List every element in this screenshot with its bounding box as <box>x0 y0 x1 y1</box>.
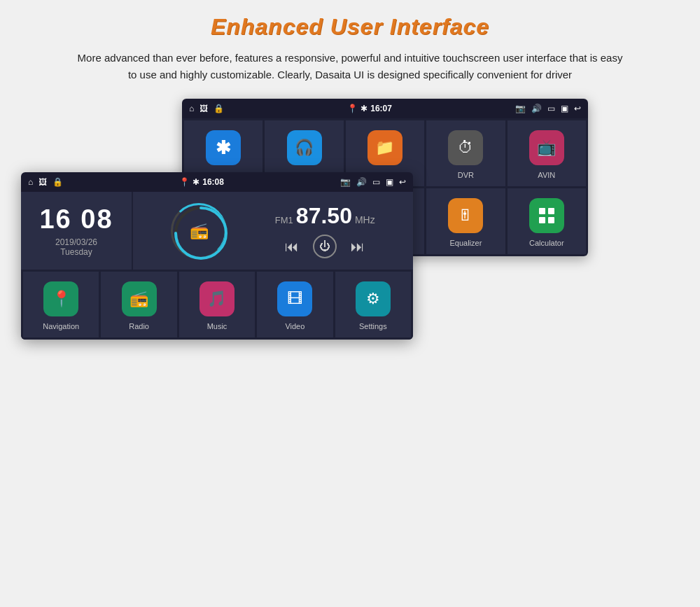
radio-info: FM1 87.50 MHz ⏮ ⏻ ⏭ <box>275 203 375 258</box>
s2-lock-icon: 🔒 <box>52 177 63 187</box>
screens-container: ⌂ 🖼 🔒 📍 ✱ 16:07 📷 🔊 ▭ ▣ ↩ ✱ <box>21 99 679 340</box>
dashboard-body: 16 08 2019/03/26 Tuesday 📻 <box>21 192 413 340</box>
radio-controls: ⏮ ⏻ ⏭ <box>285 235 365 258</box>
radio-app-icon: 📻 <box>122 281 157 316</box>
location-icon: 📍 <box>347 104 358 113</box>
clock-panel: 16 08 2019/03/26 Tuesday <box>21 192 133 270</box>
screen2-bottom-apps: 📍 Navigation 📻 Radio 🎵 Music <box>21 270 413 340</box>
s2-status-time: 16:08 <box>202 177 224 187</box>
minimize-icon[interactable]: ▭ <box>547 104 555 113</box>
s2-home-icon[interactable]: ⌂ <box>28 177 33 187</box>
app-equalizer-label: Equalizer <box>449 239 482 247</box>
music-app-icon: 🎵 <box>200 281 234 316</box>
page-title: Enhanced User Interface <box>211 14 489 40</box>
window-icon[interactable]: ▣ <box>561 104 568 113</box>
svg-rect-3 <box>548 217 554 223</box>
app-avin-label: AVIN <box>538 171 555 179</box>
svg-rect-2 <box>539 217 545 223</box>
clock-time: 16 08 <box>39 204 113 235</box>
back-icon[interactable]: ↩ <box>574 104 581 113</box>
app-settings[interactable]: ⚙ Settings <box>335 272 411 337</box>
app-music[interactable]: 🎵 Music <box>179 272 255 337</box>
app-radio-label: Radio <box>129 322 149 330</box>
app-navigation-label: Navigation <box>43 322 79 330</box>
navigation-app-icon: 📍 <box>43 281 78 316</box>
radio-prev-button[interactable]: ⏮ <box>285 239 299 255</box>
bluetooth-app-icon: ✱ <box>206 130 241 165</box>
app-avin[interactable]: 📺 AVIN <box>507 120 586 186</box>
s2-volume-icon[interactable]: 🔊 <box>356 177 367 187</box>
svg-rect-0 <box>539 208 545 214</box>
status-time: 16:07 <box>370 104 392 113</box>
video-app-icon: 🎞 <box>277 281 312 316</box>
s2-back-icon[interactable]: ↩ <box>399 177 406 187</box>
image-icon: 🖼 <box>200 104 208 113</box>
screen2: ⌂ 🖼 🔒 📍 ✱ 16:08 📷 🔊 ▭ ▣ ↩ 16 08 <box>21 172 413 340</box>
screen2-statusbar: ⌂ 🖼 🔒 📍 ✱ 16:08 📷 🔊 ▭ ▣ ↩ <box>21 172 413 192</box>
clock-date: 2019/03/26 <box>55 237 97 247</box>
avin-app-icon: 📺 <box>529 130 564 165</box>
app-radio[interactable]: 📻 Radio <box>101 272 176 337</box>
radio-panel: 📻 FM1 87.50 MHz ⏮ ⏻ ⏭ <box>133 192 413 270</box>
app-dvr-label: DVR <box>458 171 474 179</box>
s2-minimize-icon[interactable]: ▭ <box>372 177 380 187</box>
s2-location-icon: 📍 <box>179 177 190 187</box>
app-settings-label: Settings <box>359 322 387 330</box>
page-description: More advanced than ever before, features… <box>77 50 623 83</box>
radio-frequency: 87.50 <box>296 203 352 229</box>
radio-band: FM1 <box>275 215 293 225</box>
camera-icon[interactable]: 📷 <box>515 104 526 113</box>
app-calculator-label: Calculator <box>529 239 564 247</box>
lock-icon: 🔒 <box>214 104 224 113</box>
radio-next-button[interactable]: ⏭ <box>351 239 365 255</box>
app-music-label: Music <box>207 322 227 330</box>
app-video[interactable]: 🎞 Video <box>257 272 332 337</box>
home-icon[interactable]: ⌂ <box>189 104 194 113</box>
clock-day: Tuesday <box>60 247 92 257</box>
svg-rect-1 <box>548 208 554 214</box>
radio-dial-icon: 📻 <box>190 222 209 240</box>
calculator-app-icon <box>529 198 564 233</box>
app-navigation[interactable]: 📍 Navigation <box>23 272 99 337</box>
radio-dial[interactable]: 📻 <box>171 203 227 259</box>
s2-camera-icon[interactable]: 📷 <box>340 177 351 187</box>
screen1-statusbar: ⌂ 🖼 🔒 📍 ✱ 16:07 📷 🔊 ▭ ▣ ↩ <box>182 99 588 118</box>
filebrowser-app-icon: 📁 <box>368 130 402 165</box>
s2-image-icon: 🖼 <box>38 177 47 187</box>
settings-app-icon: ⚙ <box>356 281 391 316</box>
app-video-label: Video <box>285 322 304 330</box>
app-equalizer[interactable]: 🎚 Equalizer <box>426 188 505 254</box>
bluetooth-icon: ✱ <box>360 104 368 113</box>
s2-window-icon[interactable]: ▣ <box>386 177 393 187</box>
dashboard-top: 16 08 2019/03/26 Tuesday 📻 <box>21 192 413 270</box>
app-dvr[interactable]: ⏱ DVR <box>426 120 505 186</box>
app-calculator[interactable]: Calculator <box>507 188 586 254</box>
radio-power-button[interactable]: ⏻ <box>313 235 337 258</box>
a2dp-app-icon: 🎧 <box>287 130 322 165</box>
equalizer-app-icon: 🎚 <box>448 198 483 233</box>
s2-bluetooth-icon: ✱ <box>192 177 200 187</box>
dvr-app-icon: ⏱ <box>448 130 483 165</box>
volume-icon[interactable]: 🔊 <box>531 104 542 113</box>
radio-unit: MHz <box>355 214 375 225</box>
